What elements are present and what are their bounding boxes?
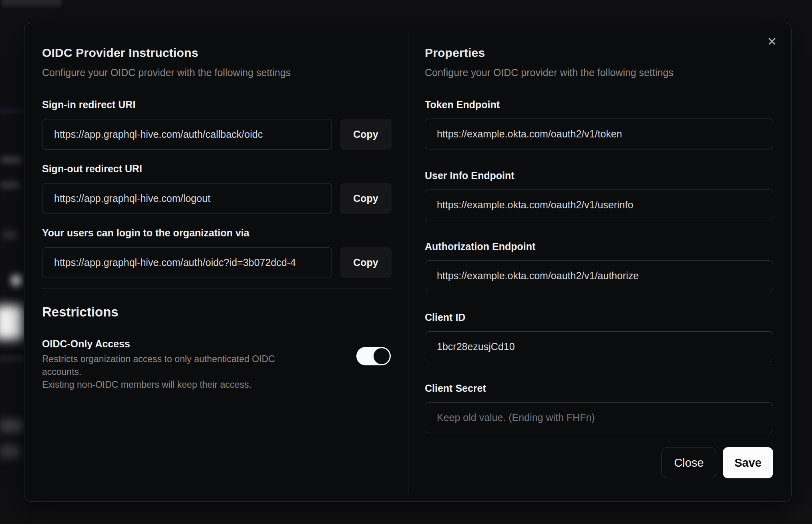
token-endpoint-label: Token Endpoint (425, 99, 773, 111)
dialog-actions: Close Save (425, 447, 773, 478)
oidc-settings-dialog: ✕ OIDC Provider Instructions Configure y… (24, 23, 792, 502)
description-line: Restricts organization access to only au… (42, 353, 306, 378)
properties-subtitle: Configure your OIDC provider with the fo… (425, 67, 773, 79)
client-secret-input[interactable] (425, 402, 773, 433)
properties-column: Properties Configure your OIDC provider … (425, 23, 773, 478)
description-line: Existing non-OIDC members will keep thei… (42, 378, 306, 391)
background-fragment (0, 445, 20, 458)
oidc-only-access-toggle[interactable] (356, 347, 391, 365)
client-id-label: Client ID (425, 311, 773, 323)
background-fragment (0, 419, 23, 433)
background-fragment (2, 0, 62, 6)
save-button[interactable]: Save (723, 447, 773, 478)
userinfo-endpoint-label: User Info Endpoint (425, 169, 773, 181)
oidc-only-access-row: OIDC-Only Access Restricts organization … (42, 337, 392, 391)
signin-redirect-label: Sign-in redirect URI (42, 99, 392, 111)
copy-button[interactable]: Copy (340, 247, 392, 278)
restrictions-title: Restrictions (42, 304, 392, 320)
background-fragment (0, 355, 24, 362)
authorization-endpoint-input[interactable] (425, 260, 773, 291)
instructions-title: OIDC Provider Instructions (42, 45, 392, 60)
login-url-row: Copy (42, 247, 392, 278)
background-fragment (11, 275, 22, 286)
oidc-only-access-label: OIDC-Only Access (42, 337, 392, 350)
section-divider (42, 288, 392, 288)
background-fragment (0, 181, 20, 189)
authorization-endpoint-label: Authorization Endpoint (425, 240, 773, 252)
background-fragment (1, 156, 22, 163)
instructions-subtitle: Configure your OIDC provider with the fo… (42, 67, 392, 79)
login-url-label: Your users can login to the organization… (42, 227, 392, 239)
instructions-column: OIDC Provider Instructions Configure you… (42, 23, 392, 391)
client-secret-label: Client Secret (425, 382, 773, 394)
properties-title: Properties (425, 45, 773, 60)
oidc-only-access-description: Restricts organization access to only au… (42, 353, 306, 391)
copy-button[interactable]: Copy (340, 119, 392, 150)
copy-button[interactable]: Copy (340, 183, 392, 214)
toggle-knob (374, 348, 390, 364)
signin-redirect-row: Copy (42, 119, 392, 150)
signout-redirect-row: Copy (42, 183, 392, 214)
background-fragment (0, 107, 25, 114)
signin-redirect-input[interactable] (42, 119, 332, 150)
background-fragment (2, 230, 18, 239)
signout-redirect-input[interactable] (42, 183, 332, 214)
token-endpoint-input[interactable] (425, 119, 773, 149)
background-fragment (0, 305, 23, 340)
background-fragment (34, 504, 812, 524)
column-divider (408, 32, 408, 493)
userinfo-endpoint-input[interactable] (425, 189, 773, 220)
signout-redirect-label: Sign-out redirect URI (42, 163, 392, 175)
client-id-input[interactable] (425, 331, 773, 362)
login-url-input[interactable] (42, 247, 332, 278)
close-button[interactable]: Close (661, 447, 716, 478)
